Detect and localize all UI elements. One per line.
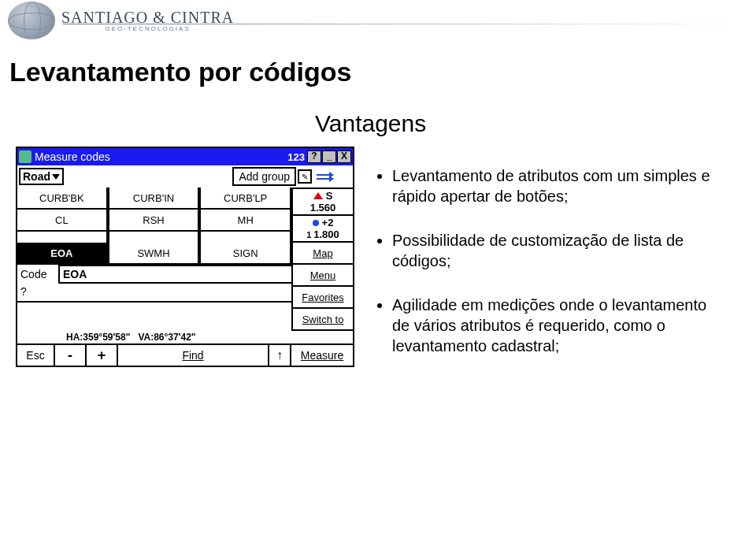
spacer [108, 232, 200, 243]
minimize-button[interactable]: _ [322, 150, 336, 163]
staff-reading-2: +2 1 1.800 [291, 216, 353, 243]
toolbar-row: Road Add group ✎ [17, 165, 353, 188]
chevron-down-icon [52, 174, 60, 180]
menu-button[interactable]: Menu [291, 265, 353, 287]
plus-button[interactable]: + [87, 345, 118, 366]
status-va: VA:86°37'42" [138, 332, 195, 343]
code-field-label: Code [17, 266, 58, 282]
staff-value-1: 1.560 [310, 202, 336, 214]
code-cell[interactable]: RSH [108, 210, 200, 232]
code-cell-selected[interactable]: EOA [17, 243, 108, 265]
staff-reading: S 1.560 [291, 188, 353, 216]
staff-n: 1 [306, 230, 311, 240]
line-icon [317, 178, 331, 180]
favorites-button[interactable]: Favorites [291, 287, 353, 309]
side-column: S 1.560 +2 1 1.800 Map Menu Favorites Sw… [291, 188, 353, 331]
status-ha: HA:359°59'58" [66, 332, 130, 343]
brand-sub: GEO-TECNOLOGIAS [61, 25, 234, 32]
code-cell[interactable]: CURB'LP [199, 188, 291, 210]
titlebar: Measure codes 123 ? _ X [17, 148, 353, 165]
globe-icon [8, 2, 55, 39]
dot-icon [313, 220, 319, 226]
page-title: Levantamento por códigos [9, 57, 352, 87]
code-cell[interactable]: SIGN [199, 243, 291, 265]
app-icon [19, 150, 32, 163]
staff-s: S [326, 190, 333, 202]
switch-to-button[interactable]: Switch to [291, 309, 353, 331]
bullet-item: Agilidade em medições onde o levantament… [392, 295, 717, 356]
subtitle: Vantagens [315, 110, 426, 137]
bullet-item: Levantamento de atributos com um simples… [392, 165, 717, 206]
find-button[interactable]: Find [118, 345, 269, 366]
esc-button[interactable]: Esc [17, 345, 55, 366]
header-divider [63, 24, 748, 24]
spacer [17, 232, 108, 243]
measure-button[interactable]: Measure [291, 345, 353, 366]
bullet-list: Levantamento de atributos com um simples… [378, 165, 717, 380]
staff-plus: +2 [322, 217, 334, 228]
code-cell[interactable]: MH [199, 210, 291, 232]
map-button[interactable]: Map [291, 243, 353, 265]
edit-icon[interactable]: ✎ [298, 169, 312, 184]
code-grid-area: CURB'BK CURB'IN CURB'LP CL RSH MH EOA SW… [17, 188, 353, 331]
attribute-input[interactable]: ? [17, 284, 291, 303]
measure-codes-window: Measure codes 123 ? _ X Road Add group ✎… [16, 147, 354, 367]
add-group-button[interactable]: Add group [232, 167, 296, 186]
code-cell[interactable]: CURB'IN [108, 188, 200, 210]
bullet-item: Possibilidade de customização de lista d… [392, 230, 717, 271]
help-button[interactable]: ? [307, 150, 321, 163]
ime-indicator[interactable]: 123 [286, 151, 306, 163]
code-cell[interactable]: CL [17, 210, 108, 232]
minus-button[interactable]: - [55, 345, 87, 366]
bottom-toolbar: Esc - + Find ↑ Measure [17, 343, 353, 366]
up-arrow-button[interactable]: ↑ [269, 345, 291, 366]
code-cell[interactable]: CURB'BK [17, 188, 108, 210]
spacer [199, 232, 291, 243]
brand-logo: SANTIAGO & CINTRA GEO-TECNOLOGIAS [8, 2, 234, 39]
staff-value-2: 1.800 [313, 228, 339, 240]
status-bar: HA:359°59'58" VA:86°37'42" [17, 331, 353, 343]
close-button[interactable]: X [337, 150, 351, 163]
code-cell[interactable]: SWMH [108, 243, 200, 265]
triangle-icon [313, 192, 323, 199]
code-input[interactable]: EOA [58, 265, 291, 284]
window-title: Measure codes [35, 150, 283, 163]
group-select[interactable]: Road [19, 168, 64, 185]
group-select-value: Road [23, 170, 50, 183]
